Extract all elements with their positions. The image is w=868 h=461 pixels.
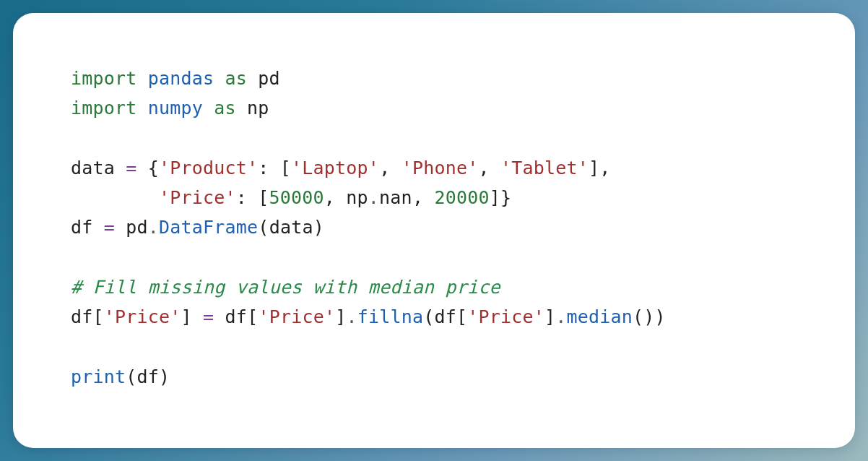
op-eq: = xyxy=(126,158,136,178)
str-tablet: 'Tablet' xyxy=(500,158,589,178)
np-ref: np xyxy=(346,187,368,208)
str-laptop: 'Laptop' xyxy=(291,158,379,178)
line-9: df['Price'] = df['Price'].fillna(df['Pri… xyxy=(71,306,666,327)
num-50000: 50000 xyxy=(269,187,324,208)
brace-close: } xyxy=(500,187,511,208)
pd-ref: pd xyxy=(126,217,148,238)
fn-print: print xyxy=(71,366,126,387)
fn-fillna: fillna xyxy=(357,306,424,327)
line-2: import numpy as np xyxy=(71,98,269,119)
alias-np: np xyxy=(247,98,269,119)
line-11: print(df) xyxy=(71,366,170,387)
arg-data: data xyxy=(269,217,313,238)
line-1: import pandas as pd xyxy=(71,68,280,89)
df-ref-2: df xyxy=(225,306,248,327)
var-data: data xyxy=(71,158,115,178)
nan-ref: nan xyxy=(379,187,412,208)
module-pandas: pandas xyxy=(148,68,214,89)
keyword-import: import xyxy=(71,68,137,89)
str-price-k2: 'Price' xyxy=(258,306,335,327)
df-ref-3: df xyxy=(434,306,456,327)
keyword-as: as xyxy=(225,68,248,89)
op-eq: = xyxy=(104,217,115,238)
keyword-import: import xyxy=(71,98,137,119)
code-block: import pandas as pd import numpy as np d… xyxy=(71,64,797,392)
arg-df: df xyxy=(137,366,160,387)
alias-pd: pd xyxy=(258,68,280,89)
str-phone: 'Phone' xyxy=(402,158,479,178)
fn-dataframe: DataFrame xyxy=(159,217,258,238)
keyword-as: as xyxy=(214,98,236,119)
line-5: 'Price': [50000, np.nan, 20000]} xyxy=(71,187,511,208)
comment: # Fill missing values with median price xyxy=(71,277,500,298)
df-ref: df xyxy=(71,306,93,327)
brace-open: { xyxy=(148,158,159,178)
num-20000: 20000 xyxy=(434,187,489,208)
str-price-k3: 'Price' xyxy=(467,306,544,327)
colon: : [ xyxy=(258,158,291,178)
var-df: df xyxy=(71,217,93,238)
line-6: df = pd.DataFrame(data) xyxy=(71,217,324,238)
line-4: data = {'Product': ['Laptop', 'Phone', '… xyxy=(71,158,610,178)
str-price-k1: 'Price' xyxy=(104,306,181,327)
module-numpy: numpy xyxy=(148,98,203,119)
line-8: # Fill missing values with median price xyxy=(71,277,500,298)
op-eq: = xyxy=(203,306,214,327)
str-price: 'Price' xyxy=(159,187,236,208)
str-product: 'Product' xyxy=(159,158,258,178)
code-card: import pandas as pd import numpy as np d… xyxy=(13,13,855,448)
fn-median: median xyxy=(567,306,633,327)
